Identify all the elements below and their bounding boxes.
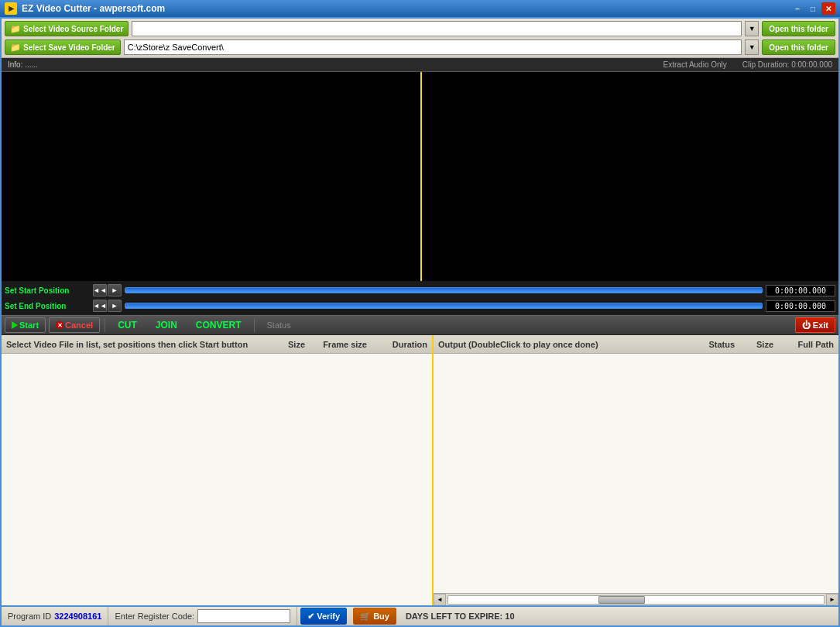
end-time-display: 0:00:00.000 — [766, 300, 835, 312]
video-source-row: 📁 Select Video Source Folder ▼ Open this… — [5, 20, 835, 37]
end-nav-buttons: ◄◄ ► — [93, 300, 122, 312]
register-label: Enter Register Code: — [115, 612, 194, 621]
cut-button[interactable]: CUT — [110, 318, 145, 332]
save-folder-row: 📁 Select Save Video Folder ▼ Open this f… — [5, 39, 835, 56]
scroll-right-button[interactable]: ► — [826, 594, 838, 606]
program-id-label: Program ID — [8, 612, 51, 621]
right-table-body — [434, 354, 838, 593]
exit-button[interactable]: ⏻ Exit — [795, 317, 835, 333]
start-next-button[interactable]: ► — [108, 284, 122, 296]
left-table-header: Select Video File in list, set positions… — [2, 335, 432, 354]
end-position-row: Set End Position ◄◄ ► 0:00:00.000 — [2, 298, 838, 314]
right-col-output-header: Output (DoubleClick to play once done) — [438, 340, 687, 349]
save-path-input[interactable] — [124, 39, 742, 55]
right-col-size-header: Size — [741, 340, 780, 349]
cancel-button[interactable]: ✕ Cancel — [49, 317, 100, 333]
buy-icon: 🛒 — [360, 612, 371, 622]
start-nav-buttons: ◄◄ ► — [93, 284, 122, 296]
playhead — [420, 72, 422, 281]
select-save-folder-button[interactable]: 📁 Select Save Video Folder — [5, 39, 121, 55]
end-slider[interactable] — [125, 303, 763, 309]
title-text: EZ Video Cutter - awpersoft.com — [22, 3, 165, 14]
convert-button[interactable]: CONVERT — [188, 318, 249, 332]
content-area: Select Video File in list, set positions… — [2, 335, 838, 605]
minimize-button[interactable]: – — [790, 2, 804, 15]
scrollbar-track[interactable] — [447, 595, 825, 605]
left-col-size-header: Size — [265, 340, 311, 349]
start-prev-button[interactable]: ◄◄ — [93, 284, 107, 296]
cancel-icon: ✕ — [56, 321, 63, 329]
maximize-button[interactable]: □ — [806, 2, 820, 15]
video-source-input[interactable] — [132, 21, 742, 36]
select-video-source-button[interactable]: 📁 Select Video Source Folder — [5, 21, 129, 36]
start-button[interactable]: Start — [5, 317, 46, 333]
action-bar: Start ✕ Cancel CUT JOIN CONVERT Status ⏻… — [2, 315, 838, 335]
left-table-body — [2, 354, 432, 605]
end-position-label: Set End Position — [5, 302, 90, 310]
right-col-status-header: Status — [687, 340, 741, 349]
end-next-button[interactable]: ► — [108, 300, 122, 312]
toolbar: 📁 Select Video Source Folder ▼ Open this… — [2, 19, 838, 58]
program-id-value: 3224908161 — [54, 612, 101, 621]
join-button[interactable]: JOIN — [148, 318, 185, 332]
right-panel: Output (DoubleClick to play once done) S… — [434, 335, 838, 605]
info-text: Info: ...... — [8, 60, 38, 69]
right-col-fullpath-header: Full Path — [780, 340, 834, 349]
left-col-name-header: Select Video File in list, set positions… — [6, 340, 265, 349]
video-preview — [2, 72, 838, 281]
close-button[interactable]: ✕ — [821, 2, 835, 15]
exit-icon: ⏻ — [802, 320, 811, 330]
cancel-label: Cancel — [65, 320, 93, 330]
program-id-segment: Program ID 3224908161 — [2, 607, 108, 625]
start-time-display: 0:00:00.000 — [766, 285, 835, 296]
left-col-duration-header: Duration — [373, 340, 427, 349]
buy-button[interactable]: 🛒 Buy — [353, 608, 396, 625]
app-icon: ▶ — [5, 2, 17, 15]
verify-button[interactable]: ✔ Verify — [300, 608, 347, 625]
scroll-left-button[interactable]: ◄ — [434, 594, 446, 606]
left-panel: Select Video File in list, set positions… — [2, 335, 434, 605]
video-source-dropdown[interactable]: ▼ — [745, 21, 759, 36]
action-divider-1 — [105, 318, 105, 332]
horizontal-scrollbar[interactable]: ◄ ► — [434, 593, 838, 605]
save-folder-dropdown[interactable]: ▼ — [745, 39, 759, 55]
end-prev-button[interactable]: ◄◄ — [93, 300, 107, 312]
verify-label: Verify — [317, 612, 340, 621]
verify-icon: ✔ — [307, 612, 314, 622]
start-label: Start — [19, 320, 39, 330]
info-bar: Info: ...... Extract Audio Only Clip Dur… — [2, 58, 838, 72]
expire-text: DAYS LEFT TO EXPIRE: 10 — [399, 612, 521, 621]
scrollbar-thumb[interactable] — [598, 596, 645, 604]
register-segment: Enter Register Code: — [108, 607, 297, 625]
title-bar: ▶ EZ Video Cutter - awpersoft.com – □ ✕ — [0, 0, 840, 17]
action-divider-2 — [254, 318, 255, 332]
folder-icon: 📁 — [10, 24, 21, 34]
save-folder-icon: 📁 — [10, 43, 21, 53]
right-table-header: Output (DoubleClick to play once done) S… — [434, 335, 838, 354]
title-left: ▶ EZ Video Cutter - awpersoft.com — [5, 2, 165, 15]
open-video-folder-button[interactable]: Open this folder — [762, 21, 835, 36]
start-icon — [12, 321, 18, 329]
start-position-row: Set Start Position ◄◄ ► 0:00:00.000 — [2, 283, 838, 298]
start-slider[interactable] — [125, 287, 763, 293]
extract-audio-label: Extract Audio Only — [663, 60, 727, 69]
open-save-folder-button[interactable]: Open this folder — [762, 39, 835, 55]
buy-label: Buy — [373, 612, 389, 621]
exit-label: Exit — [813, 320, 828, 330]
status-bar: Program ID 3224908161 Enter Register Cod… — [2, 605, 838, 625]
timeline-area: Set Start Position ◄◄ ► 0:00:00.000 Set … — [2, 281, 838, 315]
start-position-label: Set Start Position — [5, 286, 90, 295]
main-window: 📁 Select Video Source Folder ▼ Open this… — [0, 17, 840, 627]
status-label: Status — [259, 319, 299, 331]
left-col-framesize-header: Frame size — [311, 340, 373, 349]
clip-duration-label: Clip Duration: 0:00:00.000 — [742, 60, 832, 69]
info-right: Extract Audio Only Clip Duration: 0:00:0… — [663, 60, 832, 69]
register-code-input[interactable] — [197, 609, 290, 623]
title-controls: – □ ✕ — [790, 2, 835, 15]
